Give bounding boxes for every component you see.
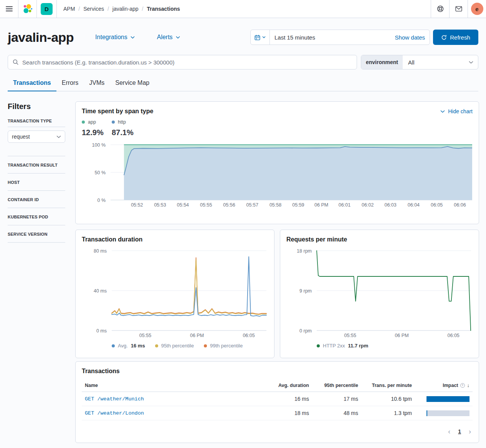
legend-item-app[interactable]: app [82,119,112,125]
filter-transaction-result[interactable]: TRANSACTION RESULT [8,156,65,174]
breadcrumb-apm[interactable]: APM [63,6,75,12]
legend-dot [112,121,115,124]
legend-item[interactable]: 95th percentile [155,343,194,349]
impact-help-icon[interactable]: ? [460,383,465,388]
breadcrumb-transactions: Transactions [147,6,180,12]
notifications-button[interactable] [450,0,468,18]
alerts-dropdown[interactable]: Alerts [157,34,180,41]
impact-bar [426,396,469,402]
percent-http: 87.1% [112,128,142,137]
svg-text:05:58: 05:58 [269,202,281,208]
column-header-impact[interactable]: Impact?↓ [415,379,473,392]
svg-text:05:59: 05:59 [292,202,304,208]
tab-errors[interactable]: Errors [56,76,84,91]
transactions-table-title: Transactions [82,368,473,375]
tab-service-map[interactable]: Service Map [110,76,155,91]
page-title: javalin-app [8,30,74,45]
menu-button[interactable] [0,0,18,18]
next-page-button[interactable]: › [469,428,471,435]
help-button[interactable] [431,0,449,18]
column-header-avg-duration[interactable]: Avg. duration [262,379,312,392]
rpm-legend: HTTP 2xx11.7 rpm [317,343,473,349]
user-menu-button[interactable]: e [468,0,486,18]
elastic-home-button[interactable] [18,0,36,18]
legend-item-http[interactable]: http [112,119,142,125]
transaction-duration-panel: Transaction duration 80 ms40 ms0 ms05:55… [75,230,274,358]
avg-duration-value: 16 ms [262,392,312,406]
tab-jvms[interactable]: JVMs [84,76,110,91]
svg-text:06:02: 06:02 [362,202,374,208]
time-range-value[interactable]: Last 15 minutes [270,34,395,41]
space-badge: D [41,3,53,15]
legend-dot [82,121,85,124]
chevron-down-icon [262,36,266,38]
legend-dot [204,344,207,347]
column-header-name[interactable]: Name [82,379,262,392]
tab-transactions[interactable]: Transactions [8,76,56,91]
chevron-down-icon [176,36,180,39]
top-navigation-bar: D APM/ Services/ javalin-app/ Transactio… [0,0,486,18]
legend-dot [155,344,158,347]
svg-text:40 ms: 40 ms [94,288,107,294]
transactions-table-panel: Transactions Name Avg. duration 95th per… [75,361,479,443]
chevron-down-icon [440,110,445,113]
column-header-95th-percentile[interactable]: 95th percentile [312,379,361,392]
legend-item[interactable]: Avg.16 ms [112,343,145,349]
svg-text:06 PM: 06 PM [314,202,328,208]
divider [56,0,57,18]
svg-text:9 rpm: 9 rpm [299,288,312,294]
svg-text:100 %: 100 % [92,142,106,148]
transaction-type-select[interactable]: request [8,131,65,143]
legend-item[interactable]: HTTP 2xx11.7 rpm [317,343,368,349]
quick-select-button[interactable] [251,30,270,45]
transaction-duration-chart[interactable]: 80 ms40 ms0 ms05:5506 PM06:05 [82,248,268,340]
svg-text:05:52: 05:52 [131,202,143,208]
legend-item[interactable]: 99th percentile [204,343,243,349]
filter-container-id[interactable]: CONTAINER ID [8,191,65,208]
breadcrumb: APM/ Services/ javalin-app/ Transactions [63,0,180,18]
environment-select[interactable]: environment All [361,55,478,69]
svg-text:05:55: 05:55 [344,333,356,338]
svg-text:05:54: 05:54 [177,202,189,208]
svg-text:06:04: 06:04 [408,202,420,208]
page-number-1[interactable]: 1 [458,428,461,435]
breadcrumb-service[interactable]: javalin-app [112,6,139,12]
svg-text:80 ms: 80 ms [94,248,107,254]
transaction-link-london[interactable]: GET /weather/London [82,406,262,420]
calendar-icon [255,35,260,40]
filter-host[interactable]: HOST [8,174,65,191]
svg-text:06:05: 06:05 [243,333,255,338]
environment-label: environment [361,55,403,69]
svg-text:0 rpm: 0 rpm [299,328,312,334]
filters-sidebar: Filters TRANSACTION TYPE request TRANSAC… [8,101,65,443]
refresh-button[interactable]: Refresh [433,30,478,45]
hide-chart-button[interactable]: Hide chart [440,108,473,114]
search-icon [13,59,19,65]
elastic-logo-icon [22,3,33,14]
filter-service-version[interactable]: SERVICE VERSION [8,225,65,243]
panel-title: Requests per minute [286,236,473,243]
avatar: e [471,3,483,15]
table-row: GET /weather/London 18 ms 48 ms 1.3 tpm [82,406,473,420]
svg-text:05:53: 05:53 [154,202,166,208]
span-type-chart[interactable]: 100 %50 %0 %05:5205:5305:5405:5505:5605:… [82,142,473,210]
service-tabs: Transactions Errors JVMs Service Map [8,76,478,91]
mail-icon [455,6,462,12]
transaction-type-label: TRANSACTION TYPE [8,119,65,123]
integrations-dropdown[interactable]: Integrations [95,34,135,41]
p95-value: 48 ms [312,406,361,420]
svg-text:06:05: 06:05 [448,333,460,338]
time-spent-by-span-type-panel: Time spent by span type Hide chart appht… [75,101,479,224]
breadcrumb-services[interactable]: Services [83,6,104,12]
column-header-trans-per-minute[interactable]: Trans. per minute [361,379,415,392]
show-dates-button[interactable]: Show dates [395,34,430,41]
service-header: javalin-app Integrations Alerts [8,26,478,48]
svg-text:06:06: 06:06 [454,202,466,208]
transaction-link-munich[interactable]: GET /weather/Munich [82,392,262,406]
requests-per-minute-chart[interactable]: 18 rpm9 rpm0 rpm05:5506 PM06:05 [286,248,473,340]
svg-text:06 PM: 06 PM [190,333,204,338]
search-transactions-input[interactable] [22,59,352,66]
previous-page-button[interactable]: ‹ [448,428,450,435]
filter-kubernetes-pod[interactable]: KUBERNETES POD [8,208,65,225]
space-selector-button[interactable]: D [37,0,56,18]
